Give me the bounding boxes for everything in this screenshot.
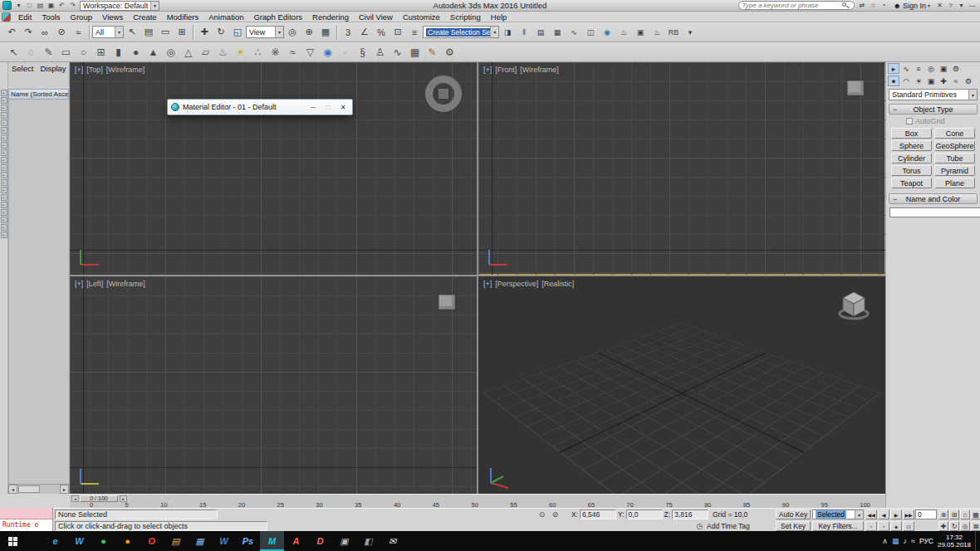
se-sort-icon[interactable]: ▪ [1,119,7,126]
object-name-input[interactable] [889,207,980,217]
shelf-torus-icon[interactable]: ◎ [162,43,179,61]
edit-named-sets-icon[interactable]: ≡ [406,24,423,41]
name-color-rollout[interactable]: − Name and Color [889,193,978,204]
shelf-bones-icon[interactable]: § [354,43,371,61]
pan-view-icon[interactable]: ✚ [938,521,948,531]
play-animation-icon[interactable]: ▶ [890,510,902,519]
collapse-titlebar-icon[interactable]: — [967,1,978,11]
explorer-menu-display[interactable]: Display [40,64,66,74]
orbit-icon[interactable]: ↻ [949,521,959,531]
zoom-icon[interactable]: ⊕ [938,510,948,519]
menu-scripting[interactable]: Scripting [445,12,486,22]
menu-customize[interactable]: Customize [398,12,445,22]
viewport-menu-view[interactable]: [Left] [86,280,103,288]
tray-volume-icon[interactable]: ♪ [903,537,907,545]
box-button[interactable]: Box [891,128,932,139]
se-materials-icon[interactable]: ▪ [1,202,7,208]
shelf-pyramid-icon[interactable]: △ [179,43,197,61]
zoom-extents-icon[interactable]: ⌂ [960,510,970,519]
field-of-view-icon[interactable]: ◎ [960,521,970,531]
viewcube-icon[interactable] [425,76,462,112]
shelf-gravity-icon[interactable]: ▽ [301,43,319,61]
time-slider[interactable]: 0 / 100 [80,495,118,502]
se-containers-icon[interactable]: ▪ [1,194,7,201]
shelf-teapot-icon[interactable]: ♨ [214,43,232,61]
percent-snap-icon[interactable]: % [373,24,390,41]
tab-modify[interactable]: ∿ [900,63,912,74]
menu-edit[interactable]: Edit [13,12,37,22]
minimize-icon[interactable]: ─ [307,102,319,113]
sign-in-button[interactable]: ☻ Sign In ▾ [890,2,933,10]
select-and-link-icon[interactable]: ∞ [37,24,53,41]
taskbar-davinci-icon[interactable]: D [308,531,332,551]
taskbar-3dsmax-icon[interactable]: M [260,531,284,551]
sync-status-icon[interactable]: ⇄ [856,1,867,11]
notifications-icon[interactable]: ◔ [878,1,889,11]
menu-graph-editors[interactable]: Graph Editors [248,12,307,22]
schematic-view-icon[interactable]: ◫ [582,24,599,41]
scroll-left-icon[interactable]: ◂ [8,485,17,494]
ribbon-toggle-icon[interactable]: ▦ [549,24,566,41]
align-icon[interactable]: ‖ [516,24,532,41]
mirror-icon[interactable]: ◨ [499,24,516,41]
se-lights-icon[interactable]: ▪ [1,142,7,149]
taskbar-wps-icon[interactable]: W [67,531,91,551]
bind-to-space-warp-icon[interactable]: ≈ [70,24,86,41]
pyramid-button[interactable]: Pyramid [934,165,975,176]
material-editor-icon[interactable]: ◉ [599,24,615,41]
redo-quick-icon[interactable]: ↷ [67,1,78,11]
shelf-lasso-icon[interactable]: ◌ [22,43,40,61]
shelf-rectangle-icon[interactable]: ▭ [57,43,75,61]
torus-button[interactable]: Torus [891,165,932,176]
taskbar-tools-icon[interactable]: ◧ [356,531,380,551]
menu-help[interactable]: Help [486,12,512,22]
category-lights-icon[interactable]: ☀ [913,76,924,86]
scroll-right-icon[interactable]: ▸ [60,485,69,494]
menu-tools[interactable]: Tools [37,12,65,22]
go-to-end-icon[interactable]: ▶▶ [903,510,914,519]
tab-display[interactable]: ▣ [938,63,949,74]
selection-lock-icon[interactable]: ⊘ [550,510,561,519]
max-app-button[interactable] [2,12,11,22]
category-shapes-icon[interactable]: ◠ [900,76,912,86]
tray-network-icon[interactable]: ≈ [911,537,915,545]
save-file-icon[interactable]: ▣ [46,1,56,11]
se-cameras-icon[interactable]: ▪ [1,149,7,156]
favorites-icon[interactable]: ☆ [867,1,878,11]
close-search-icon[interactable]: ✕ [934,1,945,11]
y-coordinate-field[interactable]: 0,0 [626,510,663,519]
viewport-menu-shading[interactable]: [Realistic] [541,280,574,288]
teapot-button[interactable]: Teapot [891,178,932,188]
viewport-menu-view[interactable]: [Top] [86,66,103,74]
shelf-snow-icon[interactable]: ※ [267,43,284,61]
menu-group[interactable]: Group [66,12,97,22]
shelf-waterdrop-icon[interactable]: ◦ [336,43,354,61]
window-crossing-icon[interactable]: ⊞ [174,24,190,41]
start-button[interactable] [0,531,25,551]
reference-coordinate-dropdown[interactable]: View ▾ [246,26,284,38]
viewport-left[interactable]: [+] [Left] [Wireframe] [70,276,477,494]
workspace-dropdown[interactable]: Workspace: Default ▾ [80,1,159,11]
viewport-front[interactable]: [+] [Front] [Wireframe] [478,62,885,275]
z-coordinate-field[interactable]: 3,816 [672,510,708,519]
shelf-paint-icon[interactable]: ✎ [424,43,441,61]
shelf-circle-icon[interactable]: ○ [75,43,92,61]
sphere-button[interactable]: Sphere [891,140,932,151]
select-and-move-icon[interactable]: ✚ [196,24,213,41]
open-file-icon[interactable]: ▤ [35,1,46,11]
tab-motion[interactable]: ◎ [925,63,937,74]
category-geometry-icon[interactable]: ● [888,76,899,86]
key-filters-button[interactable]: Key Filters... [812,521,864,531]
se-layers-icon[interactable]: ▪ [1,224,7,231]
menu-animation[interactable]: Animation [203,12,248,22]
render-production-icon[interactable]: ♨ [649,24,665,41]
viewport-menu-plus[interactable]: [+] [483,66,492,74]
se-filter-icon[interactable]: ▪ [1,232,7,238]
shelf-hair-icon[interactable]: ∿ [389,43,406,61]
category-cameras-icon[interactable]: ▣ [925,76,937,86]
cylinder-button[interactable]: Cylinder [891,153,932,163]
se-modifiers-icon[interactable]: ▪ [1,209,7,216]
shelf-paint-select-icon[interactable]: ✎ [40,43,57,61]
key-selection-dropdown[interactable]: Selected ▾ [812,510,864,519]
select-and-rotate-icon[interactable]: ↻ [213,24,229,41]
